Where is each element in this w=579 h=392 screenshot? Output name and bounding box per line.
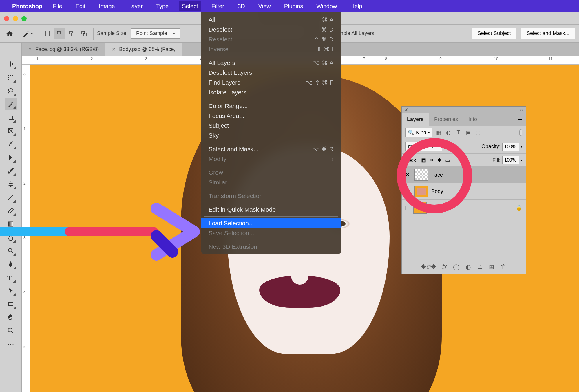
delete-layer-icon[interactable]: 🗑 [501, 263, 506, 270]
frame-tool[interactable] [5, 125, 17, 137]
edit-toolbar-icon[interactable]: ⋯ [5, 338, 17, 350]
layer-name[interactable]: ckground [430, 205, 452, 211]
panel-collapse-icon[interactable]: ‹‹ [520, 107, 523, 113]
menu-item-edit-in-quick-mask-mode[interactable]: Edit in Quick Mask Mode [201, 205, 341, 215]
eyedropper-tool[interactable] [5, 138, 17, 150]
brush-tool[interactable] [5, 165, 17, 177]
link-layers-icon[interactable]: �છ� [421, 263, 436, 270]
adjustment-layer-icon[interactable]: ◐ [466, 263, 471, 270]
lock-transparency-icon[interactable]: ▦ [421, 157, 426, 163]
selection-intersect-icon[interactable] [78, 28, 90, 39]
window-close-button[interactable] [4, 16, 9, 21]
panel-tab-layers[interactable]: Layers [402, 113, 429, 126]
document-tab[interactable]: ✕ Body.psd @ 68% (Face, [105, 43, 182, 56]
panel-menu-icon[interactable]: ☰ [514, 113, 526, 126]
window-maximize-button[interactable] [21, 16, 27, 21]
clone-stamp-tool[interactable] [5, 178, 17, 190]
app-name[interactable]: Photoshop [12, 3, 42, 10]
gradient-tool[interactable] [5, 218, 17, 230]
menu-help[interactable]: Help [348, 1, 365, 11]
document-tab[interactable]: ✕ Face.jpg @ 33.3% (RGB/8) [22, 43, 105, 56]
selection-new-icon[interactable] [42, 28, 53, 39]
panel-tab-info[interactable]: Info [463, 113, 482, 126]
window-minimize-button[interactable] [13, 16, 18, 21]
lasso-tool[interactable] [5, 85, 17, 97]
menu-item-select-and-mask[interactable]: Select and Mask...⌥ ⌘ R [201, 144, 341, 154]
blend-mode-dropdown[interactable]: mal ▾ [405, 142, 442, 151]
layer-row[interactable]: ckground 🔒 [402, 200, 526, 216]
type-tool[interactable]: T [5, 271, 17, 283]
layer-row[interactable]: 👁 Body [402, 183, 526, 200]
tool-indicator-magic-wand-icon[interactable]: ▾ [22, 30, 34, 37]
menu-edit[interactable]: Edit [73, 1, 88, 11]
add-mask-icon[interactable]: ◯ [453, 263, 459, 270]
lock-artboard-icon[interactable]: ▭ [445, 157, 450, 163]
layer-filter-kind-dropdown[interactable]: 🔍 Kind ▾ [405, 128, 432, 137]
layer-thumbnail[interactable] [413, 202, 427, 214]
selection-subtract-icon[interactable] [66, 28, 78, 39]
zoom-tool[interactable] [5, 325, 17, 337]
menu-layer[interactable]: Layer [125, 1, 146, 11]
menu-type[interactable]: Type [153, 1, 171, 11]
menu-image[interactable]: Image [96, 1, 118, 11]
select-subject-button[interactable]: Select Subject [472, 28, 516, 39]
crop-tool[interactable] [5, 111, 17, 124]
opacity-input[interactable] [502, 143, 519, 151]
filter-shape-icon[interactable]: ▣ [465, 129, 472, 136]
menu-item-color-range[interactable]: Color Range... [201, 101, 341, 111]
filter-toggle[interactable] [519, 129, 522, 136]
menu-item-deselect-layers[interactable]: Deselect Layers [201, 68, 341, 78]
menu-file[interactable]: File [50, 1, 65, 11]
menu-item-deselect[interactable]: Deselect⌘ D [201, 25, 341, 34]
visibility-toggle-icon[interactable]: 👁 [405, 188, 411, 195]
selection-add-icon[interactable] [54, 28, 65, 39]
menu-select[interactable]: Select [179, 1, 201, 11]
menu-view[interactable]: View [255, 1, 274, 11]
lock-position-icon[interactable]: ✥ [437, 157, 442, 163]
fill-input[interactable] [502, 156, 519, 164]
menu-item-subject[interactable]: Subject [201, 121, 341, 131]
menu-item-all[interactable]: All⌘ A [201, 15, 341, 25]
menu-item-sky[interactable]: Sky [201, 131, 341, 140]
menu-item-all-layers[interactable]: All Layers⌥ ⌘ A [201, 58, 341, 68]
layer-row[interactable]: 👁 Face [402, 167, 526, 183]
history-brush-tool[interactable] [5, 191, 17, 204]
filter-pixel-icon[interactable]: ▦ [435, 129, 442, 136]
new-group-icon[interactable]: 🗀 [477, 263, 483, 270]
panel-close-icon[interactable]: ✕ [404, 107, 408, 113]
pen-tool[interactable] [5, 258, 17, 270]
new-layer-icon[interactable]: ⊞ [489, 263, 494, 270]
menu-filter[interactable]: Filter [209, 1, 227, 11]
rectangle-tool[interactable] [5, 298, 17, 310]
filter-type-icon[interactable]: T [455, 129, 462, 136]
close-tab-icon[interactable]: ✕ [112, 47, 116, 52]
lock-icon[interactable]: 🔒 [516, 205, 522, 211]
layer-name[interactable]: Face [431, 172, 443, 178]
visibility-toggle-icon[interactable]: 👁 [405, 172, 411, 178]
menu-item-find-layers[interactable]: Find Layers⌥ ⇧ ⌘ F [201, 78, 341, 87]
menu-window[interactable]: Window [313, 1, 340, 11]
move-tool[interactable] [5, 58, 17, 70]
magic-wand-tool[interactable] [5, 98, 17, 110]
healing-brush-tool[interactable] [5, 151, 17, 164]
visibility-toggle-icon[interactable] [405, 206, 410, 210]
filter-smart-icon[interactable]: ▢ [474, 129, 481, 136]
hand-tool[interactable] [5, 311, 17, 323]
menu-3d[interactable]: 3D [235, 1, 248, 11]
menu-item-focus-area[interactable]: Focus Area... [201, 111, 341, 121]
filter-adjustment-icon[interactable]: ◐ [445, 129, 452, 136]
close-tab-icon[interactable]: ✕ [28, 47, 32, 52]
home-button[interactable] [4, 28, 15, 39]
menu-plugins[interactable]: Plugins [281, 1, 306, 11]
marquee-tool[interactable] [5, 72, 17, 84]
select-and-mask-button[interactable]: Select and Mask... [521, 28, 575, 39]
layer-thumbnail[interactable] [414, 186, 428, 197]
layer-name[interactable]: Body [431, 188, 443, 195]
layer-effects-icon[interactable]: fx [442, 263, 447, 270]
menu-item-load-selection[interactable]: Load Selection... [201, 218, 341, 228]
lock-pixels-icon[interactable]: ✏ [430, 157, 434, 163]
dodge-tool[interactable] [5, 245, 17, 257]
menu-item-isolate-layers[interactable]: Isolate Layers [201, 87, 341, 97]
blur-tool[interactable] [5, 231, 17, 243]
path-selection-tool[interactable] [5, 285, 17, 297]
